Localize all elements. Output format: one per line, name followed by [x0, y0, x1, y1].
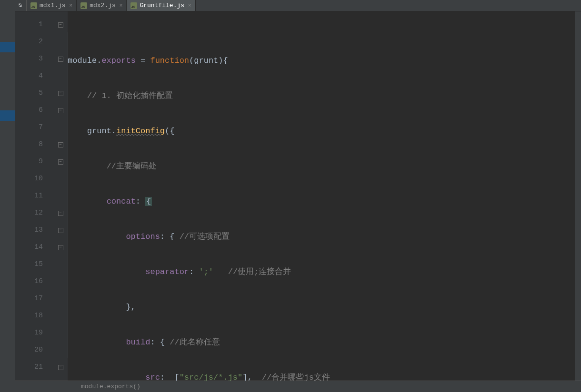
fold-toggle[interactable]: −: [53, 50, 68, 68]
code-line: src: ["src/js/*.js"], //合并哪些js文件: [68, 369, 574, 381]
tab-label: mdx1.js: [40, 2, 66, 9]
breadcrumb[interactable]: module.exports(): [15, 381, 581, 392]
js-file-icon: [130, 2, 137, 9]
code-line: //主要编码处: [68, 158, 574, 175]
close-icon[interactable]: ×: [188, 3, 191, 9]
tab-label: Gruntfile.js: [140, 2, 184, 9]
fold-toggle[interactable]: −: [53, 205, 68, 222]
code-line: grunt.initConfig({: [68, 123, 574, 140]
fold-toggle[interactable]: −: [53, 153, 68, 170]
fold-toggle[interactable]: −: [53, 239, 68, 256]
js-file-icon: [30, 2, 37, 9]
left-sidebar: [0, 0, 15, 392]
tab-mdx2[interactable]: mdx2.js ×: [77, 0, 127, 11]
fold-toggle[interactable]: −: [53, 136, 68, 153]
tab-label: mdx2.js: [90, 2, 116, 9]
js-file-icon: [80, 2, 87, 9]
close-icon[interactable]: ×: [70, 3, 73, 9]
code-editor[interactable]: 1 2 3 4 5 6 7 8 9 10 11 12 13 14 15 16 1: [15, 11, 581, 381]
right-error-strip[interactable]: [574, 11, 581, 381]
sidebar-marker: [0, 110, 15, 121]
editor-tabs: mdx1.js × mdx2.js × Gruntfile.js ×: [15, 0, 581, 11]
fold-toggle[interactable]: −: [53, 222, 68, 239]
line-gutter: 1 2 3 4 5 6 7 8 9 10 11 12 13 14 15 16 1: [15, 11, 53, 381]
breadcrumb-label: module.exports(): [81, 383, 140, 390]
tab-gruntfile[interactable]: Gruntfile.js ×: [127, 0, 195, 11]
code-content[interactable]: module.exports = function(grunt){ // 1. …: [68, 11, 574, 381]
close-icon[interactable]: ×: [120, 3, 123, 9]
code-line: // 1. 初始化插件配置: [68, 88, 574, 105]
fold-gutter: − − − − − − − − −: [53, 11, 68, 381]
tabs-arrow-icon[interactable]: [15, 0, 27, 11]
tab-mdx1[interactable]: mdx1.js ×: [27, 0, 77, 11]
sidebar-marker: [0, 42, 15, 52]
fold-toggle[interactable]: −: [53, 85, 68, 102]
code-line: module.exports = function(grunt){: [68, 52, 574, 69]
fold-toggle[interactable]: −: [53, 16, 68, 33]
code-line: },: [68, 299, 574, 316]
code-line: options: { //可选项配置: [68, 228, 574, 245]
code-line: concat: {: [68, 193, 574, 210]
code-line: build: { //此名称任意: [68, 334, 574, 351]
fold-toggle[interactable]: −: [53, 359, 68, 376]
code-line: separator: ';' //使用;连接合并: [68, 264, 574, 281]
fold-toggle[interactable]: −: [53, 102, 68, 119]
